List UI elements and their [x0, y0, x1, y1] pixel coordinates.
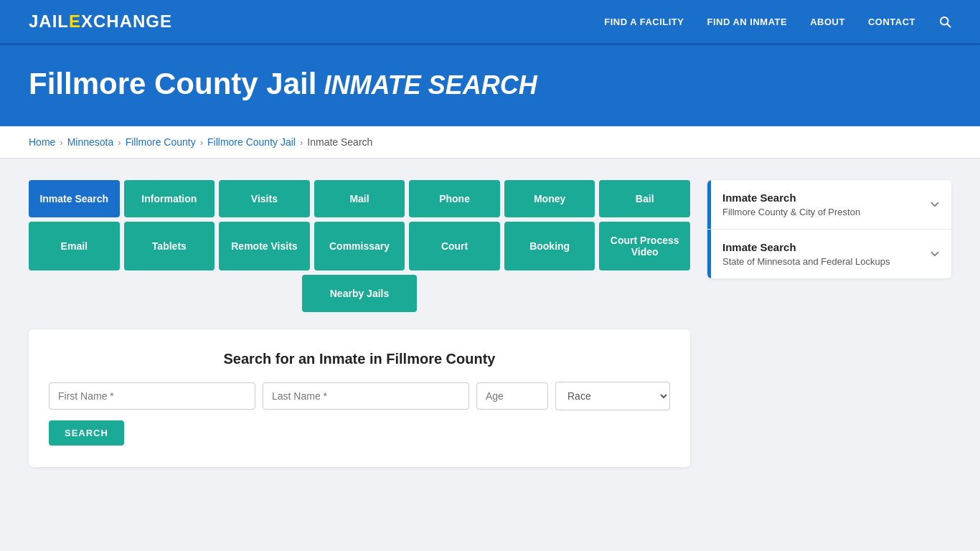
search-icon-button[interactable]: [938, 15, 951, 28]
chevron-down-icon-1: [918, 180, 951, 229]
search-button[interactable]: SEARCH: [49, 420, 124, 446]
nav-btn-money[interactable]: Money: [504, 180, 595, 217]
nav-row-3: Nearby Jails: [29, 275, 690, 312]
brand-e: E: [69, 11, 81, 31]
right-sidebar: Inmate Search Fillmore County & City of …: [707, 180, 951, 283]
breadcrumb-sep-2: ›: [118, 137, 121, 148]
search-card-title: Search for an Inmate in Fillmore County: [49, 351, 670, 367]
nav-btn-visits[interactable]: Visits: [219, 180, 310, 217]
nav-btn-mail[interactable]: Mail: [314, 180, 405, 217]
nav-btn-court-process-video[interactable]: Court Process Video: [599, 222, 690, 270]
brand-logo[interactable]: JAILEXCHANGE: [29, 11, 172, 32]
nav-btn-bail[interactable]: Bail: [599, 180, 690, 217]
nav-btn-nearby-jails[interactable]: Nearby Jails: [302, 275, 417, 312]
nav-btn-commissary[interactable]: Commissary: [314, 222, 405, 270]
nav-btn-information[interactable]: Information: [124, 180, 215, 217]
last-name-input[interactable]: [263, 382, 469, 410]
hero-banner: Fillmore County JailINMATE SEARCH: [0, 45, 980, 126]
nav-btn-tablets[interactable]: Tablets: [124, 222, 215, 270]
sidebar-sub-2: State of Minnesota and Federal Lockups: [722, 256, 907, 267]
nav-btn-inmate-search[interactable]: Inmate Search: [29, 180, 120, 217]
page-title: Fillmore County JailINMATE SEARCH: [29, 67, 951, 101]
navbar-links: FIND A FACILITY FIND AN INMATE ABOUT CON…: [604, 15, 951, 28]
nav-btn-court[interactable]: Court: [409, 222, 500, 270]
sidebar-title-1: Inmate Search: [722, 192, 907, 204]
nav-btn-email[interactable]: Email: [29, 222, 120, 270]
nav-row-2: Email Tablets Remote Visits Commissary C…: [29, 222, 690, 270]
nav-btn-phone[interactable]: Phone: [409, 180, 500, 217]
nav-about[interactable]: ABOUT: [810, 17, 845, 27]
sidebar-card: Inmate Search Fillmore County & City of …: [707, 180, 951, 278]
left-column: Inmate Search Information Visits Mail Ph…: [29, 180, 690, 467]
search-icon: [938, 15, 951, 28]
breadcrumb-sep-4: ›: [300, 137, 303, 148]
breadcrumb-sep-1: ›: [60, 137, 62, 148]
breadcrumb-bar: Home › Minnesota › Fillmore County › Fil…: [0, 126, 980, 159]
nav-btn-remote-visits[interactable]: Remote Visits: [219, 222, 310, 270]
svg-point-0: [941, 17, 948, 25]
nav-btn-booking[interactable]: Booking: [504, 222, 595, 270]
sidebar-text-1: Inmate Search Fillmore County & City of …: [711, 180, 918, 229]
brand-jail: JAIL: [29, 11, 69, 31]
breadcrumb: Home › Minnesota › Fillmore County › Fil…: [29, 136, 951, 148]
main-content: Inmate Search Information Visits Mail Ph…: [0, 159, 980, 489]
svg-line-1: [948, 24, 951, 27]
search-card: Search for an Inmate in Fillmore County …: [29, 329, 690, 467]
breadcrumb-minnesota[interactable]: Minnesota: [67, 136, 114, 148]
sidebar-text-2: Inmate Search State of Minnesota and Fed…: [711, 230, 918, 278]
nav-find-facility[interactable]: FIND A FACILITY: [604, 17, 684, 27]
sidebar-item-fillmore[interactable]: Inmate Search Fillmore County & City of …: [707, 180, 951, 230]
age-input[interactable]: [476, 382, 548, 410]
nav-row-1: Inmate Search Information Visits Mail Ph…: [29, 180, 690, 217]
breadcrumb-fillmore-county[interactable]: Fillmore County: [126, 136, 196, 148]
chevron-down-icon-2: [918, 230, 951, 278]
breadcrumb-fillmore-jail[interactable]: Fillmore County Jail: [207, 136, 296, 148]
hero-title-sub: INMATE SEARCH: [324, 70, 537, 100]
search-form: Race White Black Hispanic Asian Native A…: [49, 382, 670, 410]
breadcrumb-current: Inmate Search: [307, 136, 372, 148]
first-name-input[interactable]: [49, 382, 255, 410]
navbar: JAILEXCHANGE FIND A FACILITY FIND AN INM…: [0, 0, 980, 43]
breadcrumb-sep-3: ›: [200, 137, 203, 148]
breadcrumb-home[interactable]: Home: [29, 136, 55, 148]
nav-contact[interactable]: CONTACT: [868, 17, 915, 27]
brand-xchange: XCHANGE: [81, 11, 172, 31]
sidebar-title-2: Inmate Search: [722, 241, 907, 253]
sidebar-item-minnesota[interactable]: Inmate Search State of Minnesota and Fed…: [707, 230, 951, 278]
race-select[interactable]: Race White Black Hispanic Asian Native A…: [555, 382, 670, 410]
nav-find-inmate[interactable]: FIND AN INMATE: [707, 17, 787, 27]
hero-title-main: Fillmore County Jail: [29, 67, 316, 100]
sidebar-sub-1: Fillmore County & City of Preston: [722, 207, 907, 217]
